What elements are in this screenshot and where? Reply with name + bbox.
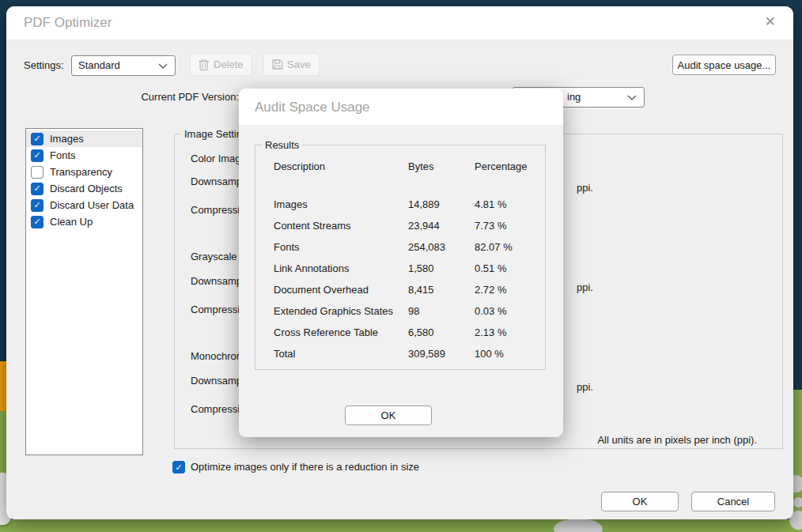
check-icon: ✓ (33, 201, 40, 209)
checkbox[interactable]: ✓ (31, 216, 44, 228)
check-icon: ✓ (33, 217, 40, 226)
cell-description: Content Streams (274, 220, 408, 232)
pdf-version-select-value: ing (567, 91, 581, 103)
settings-select-value: Standard (78, 59, 120, 71)
table-row: Link Annotations 1,580 0.51 % (274, 258, 537, 279)
cell-description: Document Overhead (274, 284, 408, 296)
check-icon: ✓ (33, 184, 40, 193)
cell-bytes: 254,083 (408, 241, 475, 253)
sidebar-item-label: Discard Objects (50, 183, 123, 194)
sidebar-item-discard-user-data[interactable]: ✓ Discard User Data (26, 197, 142, 213)
desktop-bottom-green-stripe (0, 519, 802, 532)
table-row: Document Overhead 8,415 2.72 % (274, 279, 537, 300)
screen: PDF Optimizer ✕ Settings: Standard (0, 0, 802, 532)
sidebar-item-discard-objects[interactable]: ✓ Discard Objects (26, 180, 142, 197)
audit-space-usage-button[interactable]: Audit space usage... (672, 55, 776, 75)
settings-select[interactable]: Standard (71, 55, 176, 76)
cell-description: Total (274, 348, 408, 360)
audit-ok-button-label: OK (381, 409, 396, 421)
sidebar-item-clean-up[interactable]: ✓ Clean Up (26, 213, 142, 230)
results-table-body: Images 14,889 4.81 % Content Streams 23,… (274, 194, 537, 364)
table-row: Content Streams 23,944 7.73 % (274, 215, 537, 236)
results-group-label: Results (262, 139, 302, 151)
sidebar-item-label: Images (50, 133, 84, 145)
desktop-decor-circle-2 (793, 497, 802, 507)
cell-description: Images (274, 198, 408, 210)
table-row-total: Total 309,589 100 % (274, 343, 537, 364)
sidebar-item-label: Transparency (50, 166, 112, 178)
table-row: Extended Graphics States 98 0.03 % (274, 300, 537, 322)
checkbox[interactable]: ✓ (31, 183, 44, 195)
check-icon: ✓ (175, 463, 182, 472)
audit-dialog-titlebar: Audit Space Usage (239, 89, 563, 125)
compression-label: Compressio (191, 304, 245, 316)
optimize-images-checkbox-row[interactable]: ✓ Optimize images only if there is a red… (172, 461, 419, 474)
downsample-label: Downsampl (191, 375, 244, 387)
current-pdf-version-label: Current PDF Version: (103, 91, 239, 104)
save-button-label: Save (287, 58, 311, 70)
cell-description: Link Annotations (274, 262, 408, 274)
audit-space-usage-dialog: Audit Space Usage Results Description By… (239, 89, 563, 437)
ppi-unit-label: ppi. (577, 281, 593, 294)
optimize-images-checkbox-label: Optimize images only if there is a reduc… (191, 461, 419, 474)
table-row: Cross Reference Table 6,580 2.13 % (274, 322, 537, 343)
cell-percentage: 2.72 % (475, 284, 537, 296)
compression-label: Compressio (191, 403, 245, 416)
monochrome-images-label: Monochron (191, 350, 242, 363)
downsample-label: Downsampl (191, 275, 244, 288)
cell-percentage: 82.07 % (475, 241, 537, 253)
ppi-unit-label: ppi. (577, 381, 593, 394)
cell-description: Fonts (274, 241, 408, 253)
audit-ok-button[interactable]: OK (345, 406, 432, 425)
cancel-button[interactable]: Cancel (691, 492, 775, 511)
downsample-label: Downsampl (191, 175, 244, 188)
cell-bytes: 309,589 (408, 348, 475, 360)
ok-button[interactable]: OK (601, 492, 679, 511)
audit-dialog-title: Audit Space Usage (255, 100, 370, 115)
cell-bytes: 23,944 (408, 220, 475, 232)
sidebar-item-label: Clean Up (50, 216, 93, 228)
save-button[interactable]: Save (263, 53, 320, 76)
close-icon[interactable]: ✕ (765, 14, 776, 30)
cell-percentage: 0.51 % (475, 262, 537, 274)
cell-bytes: 8,415 (408, 284, 475, 296)
cell-percentage: 100 % (475, 348, 537, 360)
chevron-down-icon (627, 95, 637, 101)
trash-icon (198, 58, 210, 71)
ok-button-label: OK (633, 496, 648, 507)
cell-percentage: 7.73 % (475, 220, 537, 232)
cell-percentage: 4.81 % (475, 198, 537, 210)
pdf-optimizer-titlebar: PDF Optimizer ✕ (6, 6, 793, 40)
table-row: Images 14,889 4.81 % (274, 194, 537, 215)
ppi-unit-label: ppi. (577, 182, 593, 194)
sidebar-item-transparency[interactable]: Transparency (26, 164, 142, 180)
cancel-button-label: Cancel (717, 496, 749, 507)
cell-bytes: 98 (408, 305, 475, 317)
sidebar-item-label: Discard User Data (50, 199, 134, 211)
sidebar-item-label: Fonts (50, 149, 76, 161)
compression-label: Compressio (191, 204, 245, 217)
sidebar-item-fonts[interactable]: ✓ Fonts (26, 147, 142, 164)
checkbox[interactable] (31, 166, 44, 179)
audit-space-usage-button-label: Audit space usage... (678, 59, 771, 71)
sidebar-item-images[interactable]: ✓ Images (26, 130, 142, 147)
chevron-down-icon (158, 63, 168, 70)
cell-percentage: 2.13 % (475, 326, 537, 338)
check-icon: ✓ (33, 134, 40, 143)
results-group: Results Description Bytes Percentage Ima… (255, 145, 546, 370)
cell-description: Extended Graphics States (274, 305, 408, 317)
cell-bytes: 1,580 (408, 262, 475, 274)
settings-label: Settings: (24, 59, 64, 72)
cell-bytes: 6,580 (408, 326, 475, 338)
units-note: All units are in pixels per inch (ppi). (597, 434, 757, 447)
cell-bytes: 14,889 (408, 198, 475, 210)
delete-button[interactable]: Delete (190, 53, 252, 76)
checkbox[interactable]: ✓ (31, 199, 44, 212)
column-header-percentage: Percentage (475, 160, 537, 172)
delete-button-label: Delete (214, 58, 244, 70)
audit-dialog-body: Results Description Bytes Percentage Ima… (239, 125, 563, 437)
checkbox[interactable]: ✓ (31, 149, 44, 162)
checkbox[interactable]: ✓ (31, 133, 44, 145)
checkbox[interactable]: ✓ (172, 461, 185, 474)
column-header-bytes: Bytes (408, 160, 475, 172)
